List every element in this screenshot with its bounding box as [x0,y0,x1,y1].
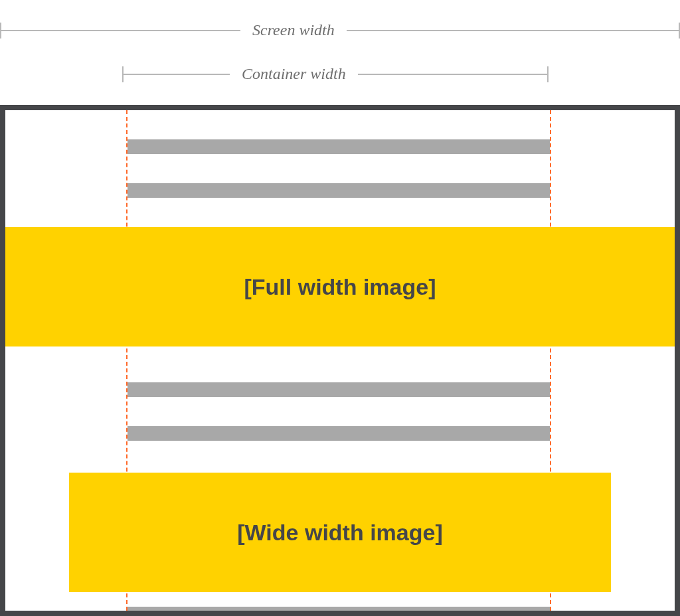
container-width-label: Container width [242,65,346,83]
dim-line [347,30,679,31]
text-line [128,607,550,616]
screen-width-label: Screen width [252,21,335,39]
text-line [128,139,550,154]
screen-width-indicator: Screen width [0,21,680,39]
full-width-image-label: [Full width image] [244,274,436,300]
dim-line [124,74,230,75]
diagram-stage: Screen width Container width [Full width… [0,0,680,616]
full-width-image-block: [Full width image] [5,227,675,346]
text-line [128,382,550,397]
dim-line [358,74,547,75]
browser-frame: [Full width image] [Wide width image] [0,105,680,616]
container-width-indicator: Container width [122,65,549,83]
wide-width-image-label: [Wide width image] [237,520,442,546]
wide-width-image-block: [Wide width image] [69,473,611,592]
dim-line [1,30,240,31]
text-line [128,426,550,441]
dim-cap-right [547,66,549,82]
text-line [128,183,550,198]
